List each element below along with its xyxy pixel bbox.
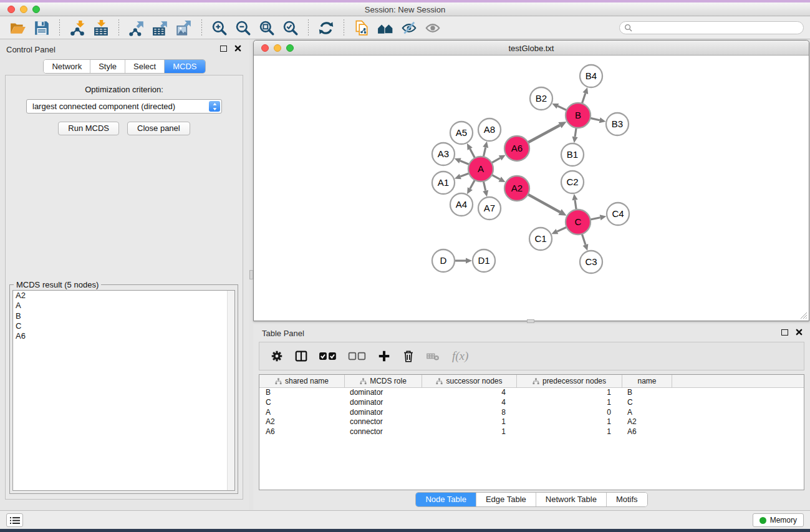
app-titlebar: Session: New Session xyxy=(0,2,810,16)
tab-node-table[interactable]: Node Table xyxy=(416,493,476,506)
mcds-result-item[interactable]: B xyxy=(13,311,234,321)
table-row[interactable]: A2connector11A2 xyxy=(259,417,804,427)
float-panel-icon[interactable] xyxy=(220,46,227,52)
table-header-row: shared nameMCDS rolesuccessor nodesprede… xyxy=(259,375,804,388)
search-box[interactable] xyxy=(619,21,804,34)
network-window-titlebar[interactable]: testGlobe.txt xyxy=(254,41,809,56)
delete-table-icon[interactable] xyxy=(425,349,440,364)
run-mcds-button[interactable]: Run MCDS xyxy=(58,122,119,135)
graph-edge-A2-C[interactable] xyxy=(528,194,560,212)
mcds-result-item[interactable]: A6 xyxy=(13,331,234,341)
horizontal-splitter-handle[interactable] xyxy=(249,270,253,279)
export-table-icon[interactable] xyxy=(150,19,170,37)
search-input[interactable] xyxy=(635,24,799,32)
close-panel-icon[interactable] xyxy=(796,329,803,336)
resize-grip-icon[interactable] xyxy=(799,311,808,319)
mcds-result-item[interactable]: A2 xyxy=(13,291,234,301)
control-panel: Control Panel NetworkStyleSelectMCDS Opt… xyxy=(0,40,249,510)
criterion-select[interactable]: largest connected component (directed) xyxy=(26,99,222,114)
graph-edge-A-A7[interactable] xyxy=(483,181,486,191)
export-image-icon[interactable] xyxy=(174,19,194,37)
clone-network-icon[interactable] xyxy=(352,19,372,37)
deselect-all-checkboxes-icon[interactable] xyxy=(347,349,367,364)
graph-edge-A6-B[interactable] xyxy=(528,125,560,143)
refresh-icon[interactable] xyxy=(316,19,336,37)
vertical-splitter-handle[interactable] xyxy=(527,319,534,323)
graph-edge-C-C3[interactable] xyxy=(582,233,586,244)
tab-motifs[interactable]: Motifs xyxy=(607,493,647,506)
home-networks-icon[interactable] xyxy=(375,19,395,37)
network-canvas[interactable]: AA1A2A3A4A5A6A7A8BB1B2B3B4CC1C2C3C4DD1 xyxy=(254,56,809,321)
graph-edge-C-C4[interactable] xyxy=(590,218,600,220)
column-header-shared-name[interactable]: shared name xyxy=(259,375,345,387)
close-panel-icon[interactable] xyxy=(234,45,241,52)
graph-node-label: C2 xyxy=(566,177,578,187)
result-list-scrollbar[interactable] xyxy=(227,291,234,490)
float-panel-icon[interactable] xyxy=(781,329,788,336)
graph-edge-C-C2[interactable] xyxy=(575,200,576,210)
add-column-icon[interactable] xyxy=(377,349,392,364)
toolbar-separator xyxy=(344,19,344,37)
tab-style[interactable]: Style xyxy=(90,60,125,73)
column-header-predecessor-nodes[interactable]: predecessor nodes xyxy=(517,375,622,387)
graph-node-label: B xyxy=(575,110,581,120)
attribute-type-icon xyxy=(275,378,282,385)
table-row[interactable]: A6connector11A6 xyxy=(259,427,804,437)
zoom-in-icon[interactable] xyxy=(210,19,229,37)
export-network-icon[interactable] xyxy=(127,19,147,37)
column-header-successor-nodes[interactable]: successor nodes xyxy=(422,375,517,387)
graph-edge-arrowhead xyxy=(572,194,577,201)
dev-panel-button[interactable] xyxy=(6,513,23,527)
save-session-icon[interactable] xyxy=(32,19,52,37)
graph-edge-B-B2[interactable] xyxy=(557,106,567,110)
import-table-icon[interactable] xyxy=(91,19,111,37)
show-eye-icon[interactable] xyxy=(423,19,443,37)
graph-edge-B-B3[interactable] xyxy=(590,118,600,120)
graph-edge-arrowhead xyxy=(483,142,488,148)
tab-mcds[interactable]: MCDS xyxy=(165,60,205,73)
zoom-fit-icon[interactable] xyxy=(257,19,277,37)
graph-edge-A-A8[interactable] xyxy=(483,147,486,157)
close-panel-button[interactable]: Close panel xyxy=(127,122,190,135)
function-builder-icon[interactable]: f(x) xyxy=(452,349,468,363)
graph-edge-A-A4[interactable] xyxy=(470,180,475,189)
zoom-out-icon[interactable] xyxy=(233,19,253,37)
tab-select[interactable]: Select xyxy=(125,60,165,73)
tab-network[interactable]: Network xyxy=(44,60,90,73)
table-row[interactable]: Cdominator41C xyxy=(259,398,804,408)
import-network-icon[interactable] xyxy=(67,19,87,37)
gear-icon[interactable] xyxy=(269,349,284,364)
tab-network-table[interactable]: Network Table xyxy=(536,493,607,506)
delete-column-icon[interactable] xyxy=(401,349,416,364)
mcds-tab-content: Optimization criterion: largest connecte… xyxy=(5,75,243,500)
graph-edge-A-A6[interactable] xyxy=(491,158,501,163)
table-cell: A2 xyxy=(259,417,345,427)
graph-edge-A-A3[interactable] xyxy=(460,161,470,165)
tab-edge-table[interactable]: Edge Table xyxy=(476,493,536,506)
column-header-name[interactable]: name xyxy=(622,375,672,387)
graph-edge-B-B4[interactable] xyxy=(582,94,586,104)
hide-selected-icon[interactable] xyxy=(399,19,419,37)
table-row[interactable]: Adominator80A xyxy=(259,408,804,418)
mcds-result-item[interactable]: A xyxy=(13,301,234,311)
table-cell: B xyxy=(622,388,672,398)
column-header-mcds-role[interactable]: MCDS role xyxy=(345,375,422,387)
graph-edge-A-A2[interactable] xyxy=(491,175,500,179)
mcds-result-list[interactable]: A2ABCA6 xyxy=(12,290,235,491)
zoom-selected-icon[interactable] xyxy=(281,19,301,37)
graph-edge-arrowhead xyxy=(466,258,472,263)
memory-button[interactable]: Memory xyxy=(753,513,804,527)
criterion-selected-value: largest connected component (directed) xyxy=(32,102,175,111)
split-columns-icon[interactable] xyxy=(294,349,309,364)
select-all-checkboxes-icon[interactable] xyxy=(318,349,338,364)
toolbar-separator xyxy=(59,19,60,37)
graph-edge-C-C1[interactable] xyxy=(557,227,567,231)
graph-node-label: B4 xyxy=(586,70,597,81)
graph-edge-A-A5[interactable] xyxy=(470,149,475,159)
mcds-result-item[interactable]: C xyxy=(13,321,234,331)
table-row[interactable]: Bdominator41B xyxy=(259,388,804,398)
graph-edge-A-A1[interactable] xyxy=(460,173,470,177)
open-session-icon[interactable] xyxy=(8,19,28,37)
graph-node-label: A6 xyxy=(511,143,523,153)
graph-edge-B-B1[interactable] xyxy=(575,127,576,137)
